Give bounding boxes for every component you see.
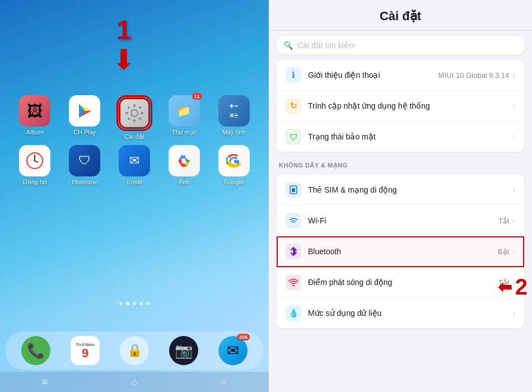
dock-phone[interactable]: 📞 bbox=[21, 336, 50, 365]
sim-text: Thẻ SIM & mạng di động bbox=[308, 185, 512, 194]
settings-item-bluetooth[interactable]: Bluetooth Bật › bbox=[277, 236, 524, 267]
dot-1 bbox=[119, 302, 123, 305]
sim-icon bbox=[286, 182, 301, 198]
clock-label: Đồng hồ bbox=[23, 179, 47, 186]
security-name: Trạng thái bảo mật bbox=[308, 132, 512, 141]
bluetooth-chevron: › bbox=[512, 247, 515, 256]
dot-4 bbox=[139, 302, 143, 305]
settings-icon bbox=[119, 97, 150, 129]
svg-rect-9 bbox=[127, 106, 130, 109]
search-icon: 🔍 bbox=[283, 41, 293, 50]
wifi-text: Wi-Fi bbox=[308, 216, 498, 225]
network-section-label: KHÔNG DÂY & MẠNG bbox=[269, 155, 532, 171]
about-chevron: › bbox=[512, 71, 515, 80]
security-icon: 🛡 bbox=[286, 129, 301, 144]
update-name: Trình cập nhật ứng dụng hệ thống bbox=[308, 101, 512, 110]
settings-item-about[interactable]: ℹ Giới thiệu điện thoại MIUI 10 Global 9… bbox=[277, 60, 524, 91]
photos-label: Ảnh bbox=[179, 179, 190, 186]
search-bar[interactable]: 🔍 Cài đặt tìm kiếm bbox=[277, 36, 524, 54]
settings-header: Cài đặt bbox=[269, 0, 532, 31]
photos-icon bbox=[169, 145, 200, 176]
bluetooth-text: Bluetooth bbox=[308, 247, 498, 256]
app-settings[interactable]: Cài đặt bbox=[111, 95, 158, 141]
settings-item-sim[interactable]: Thẻ SIM & mạng di động › bbox=[277, 175, 524, 206]
datausage-chevron: › bbox=[512, 309, 515, 318]
bluetooth-name: Bluetooth bbox=[308, 247, 498, 256]
dock-date[interactable]: Thứ Năm 9 bbox=[71, 336, 100, 365]
wifi-icon bbox=[286, 213, 301, 228]
dot-2 bbox=[126, 302, 129, 305]
step1-annotation: 1 ⬇ bbox=[112, 17, 136, 74]
dock-messages[interactable]: ✉ 266 bbox=[218, 336, 248, 365]
messages-badge: 266 bbox=[237, 334, 250, 340]
wifi-name: Wi-Fi bbox=[308, 216, 498, 225]
album-label: Album bbox=[26, 129, 44, 136]
dock: 📞 Thứ Năm 9 🔒 📷 ✉ 266 bbox=[6, 332, 263, 370]
folder-badge: 11 bbox=[192, 93, 202, 100]
dot-3 bbox=[133, 302, 136, 305]
svg-rect-12 bbox=[138, 117, 142, 120]
app-google[interactable]: Google bbox=[210, 145, 258, 186]
dot-5 bbox=[146, 302, 150, 305]
settings-item-security[interactable]: 🛡 Trạng thái bảo mật › bbox=[277, 122, 524, 152]
nav-back[interactable]: ○ bbox=[221, 376, 227, 388]
svg-line-17 bbox=[35, 161, 38, 162]
hotspot-chevron: › bbox=[512, 278, 515, 287]
hotspot-value: Tắt bbox=[498, 278, 510, 287]
svg-rect-7 bbox=[125, 112, 128, 114]
email-icon: ✉ bbox=[119, 145, 150, 176]
calc-icon: +−×÷ bbox=[218, 95, 250, 127]
dock-lock[interactable]: 🔒 bbox=[120, 336, 149, 365]
hotspot-text: Điểm phát sóng di động bbox=[308, 278, 498, 287]
app-grid: 🖼 Album CH Play bbox=[6, 95, 263, 186]
wifi-value: Tắt bbox=[498, 217, 510, 225]
settings-item-wifi[interactable]: Wi-Fi Tắt › bbox=[277, 206, 524, 236]
nav-menu[interactable]: ≡ bbox=[42, 376, 48, 388]
app-calculator[interactable]: +−×÷ Máy tính bbox=[210, 95, 258, 141]
settings-title: Cài đặt bbox=[380, 9, 421, 23]
step1-arrow: ⬇ bbox=[112, 46, 136, 74]
about-name: Giới thiệu điện thoại bbox=[308, 71, 438, 80]
security-chevron: › bbox=[512, 132, 515, 141]
nav-bar: ≡ ⌂ ○ bbox=[0, 372, 269, 392]
settings-item-update[interactable]: ↻ Trình cập nhật ứng dụng hệ thống › bbox=[277, 91, 524, 122]
general-section: ℹ Giới thiệu điện thoại MIUI 10 Global 9… bbox=[277, 60, 524, 152]
step1-number: 1 bbox=[116, 17, 132, 44]
calc-label: Máy tính bbox=[222, 129, 246, 136]
network-section: Thẻ SIM & mạng di động › Wi-Fi Tắt › bbox=[277, 175, 524, 328]
app-chplay[interactable]: CH Play bbox=[61, 95, 109, 141]
folder-icon: 📁 11 bbox=[169, 95, 200, 127]
bluetooth-icon bbox=[286, 244, 301, 259]
search-placeholder: Cài đặt tìm kiếm bbox=[297, 41, 356, 50]
security-text: Trạng thái bảo mật bbox=[308, 132, 512, 141]
settings-item-datausage[interactable]: 💧 Mức sử dụng dữ liệu › bbox=[277, 298, 524, 328]
dock-camera[interactable]: 📷 bbox=[169, 336, 198, 365]
google-label: Google bbox=[224, 179, 244, 185]
app-clock[interactable]: Đồng hồ bbox=[11, 145, 59, 186]
nav-home[interactable]: ⌂ bbox=[131, 376, 137, 388]
app-email[interactable]: ✉ Email bbox=[111, 145, 158, 186]
svg-rect-10 bbox=[138, 106, 142, 109]
svg-point-20 bbox=[293, 285, 295, 287]
bluetooth-value: Bật bbox=[498, 248, 509, 256]
about-icon: ℹ bbox=[286, 67, 301, 83]
bluezone-icon: 🛡 bbox=[69, 145, 100, 176]
settings-panel: Cài đặt 🔍 Cài đặt tìm kiếm ℹ Giới thiệu … bbox=[269, 0, 532, 392]
update-text: Trình cập nhật ứng dụng hệ thống bbox=[308, 101, 512, 110]
svg-point-13 bbox=[132, 110, 137, 116]
clock-icon bbox=[19, 145, 50, 176]
email-label: Email bbox=[127, 179, 142, 185]
svg-rect-8 bbox=[141, 112, 143, 114]
about-value: MIUI 10 Global 9.3.14 bbox=[438, 71, 509, 80]
sim-name: Thẻ SIM & mạng di động bbox=[308, 185, 512, 194]
svg-rect-5 bbox=[133, 104, 136, 107]
app-photos[interactable]: Ảnh bbox=[160, 145, 208, 186]
settings-item-hotspot[interactable]: Điểm phát sóng di động Tắt › bbox=[277, 267, 524, 298]
app-album[interactable]: 🖼 Album bbox=[11, 95, 59, 141]
dock-date-num: 9 bbox=[82, 347, 88, 360]
app-folder[interactable]: 📁 11 Thư mục bbox=[160, 95, 208, 141]
update-icon: ↻ bbox=[286, 98, 301, 114]
svg-rect-6 bbox=[133, 119, 136, 122]
app-bluezone[interactable]: 🛡 Bluezone bbox=[61, 145, 109, 186]
update-chevron: › bbox=[512, 101, 515, 110]
